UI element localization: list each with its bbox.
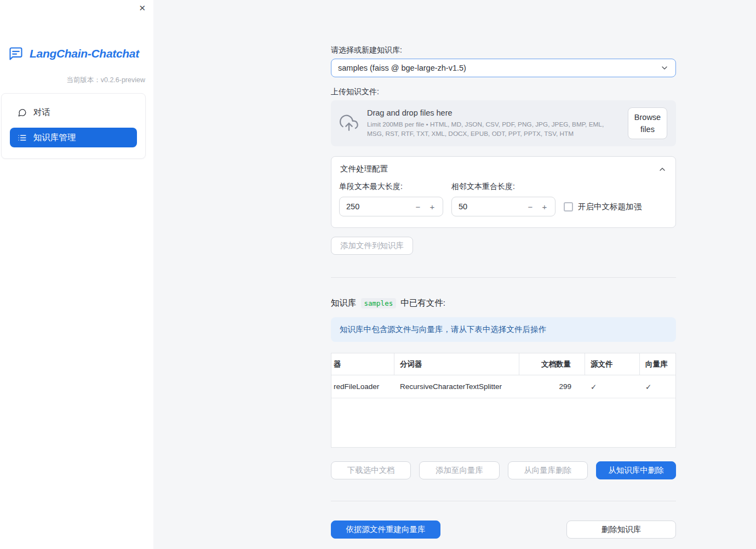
kb-select-label: 请选择或新建知识库:: [331, 45, 676, 55]
chevron-up-icon: [658, 165, 667, 174]
file-config-expander: 文件处理配置 单段文本最大长度: 250 − + 相邻文本重合长度:: [331, 156, 676, 228]
sidebar-item-kb-management[interactable]: 知识库管理: [10, 128, 137, 147]
version-label: 当前版本：: [66, 76, 101, 84]
cell-doc-count: 299: [519, 375, 585, 398]
zh-title-enhance-field: 开启中文标题加强: [564, 197, 668, 216]
overlap-value: 50: [459, 202, 523, 211]
add-files-to-kb-button[interactable]: 添加文件到知识库: [331, 237, 413, 255]
add-to-vectorstore-button[interactable]: 添加至向量库: [419, 461, 499, 479]
overlap-field: 相邻文本重合长度: 50 − +: [451, 182, 555, 216]
overlap-input[interactable]: 50 − +: [451, 197, 555, 216]
overlap-increment-button[interactable]: +: [537, 202, 552, 211]
list-icon: [18, 133, 27, 142]
sidebar-item-dialogue[interactable]: 对话: [10, 102, 137, 122]
langchain-chatchat-logo-icon: [7, 46, 25, 61]
cell-source-file-check: ✓: [585, 375, 640, 398]
kb-name-code: samples: [361, 298, 397, 308]
rebuild-vectorstore-button[interactable]: 依据源文件重建向量库: [331, 521, 440, 539]
max-length-input[interactable]: 250 − +: [339, 197, 443, 216]
max-length-field: 单段文本最大长度: 250 − +: [339, 182, 443, 216]
browse-files-button[interactable]: Browse files: [628, 107, 667, 140]
logo: LangChain-Chatchat: [7, 46, 139, 61]
dropzone-title: Drag and drop files here: [367, 108, 619, 117]
divider: [331, 277, 676, 278]
max-length-decrement-button[interactable]: −: [411, 202, 425, 211]
sidebar: ✕ LangChain-Chatchat 当前版本：v0.2.6-preview…: [0, 0, 153, 549]
kb-line-suffix: 中已有文件:: [400, 298, 445, 309]
cloud-upload-icon: [340, 114, 358, 133]
version-text: 当前版本：v0.2.6-preview: [66, 76, 145, 85]
table-header-loader: 器: [331, 353, 394, 375]
kb-select[interactable]: samples (faiss @ bge-large-zh-v1.5): [331, 59, 676, 77]
sidebar-menu: 对话 知识库管理: [1, 93, 146, 159]
max-length-increment-button[interactable]: +: [425, 202, 439, 211]
sidebar-item-label: 对话: [33, 107, 50, 118]
table-header-source-file: 源文件: [585, 353, 640, 375]
main-content: 请选择或新建知识库: samples (faiss @ bge-large-zh…: [331, 0, 676, 539]
table-row[interactable]: redFileLoader RecursiveCharacterTextSpli…: [331, 375, 675, 398]
delete-kb-button[interactable]: 删除知识库: [566, 521, 676, 539]
file-dropzone[interactable]: Drag and drop files here Limit 200MB per…: [331, 100, 676, 146]
dropzone-limit: Limit 200MB per file • HTML, MD, JSON, C…: [367, 120, 619, 138]
expander-body: 单段文本最大长度: 250 − + 相邻文本重合长度: 50 − +: [331, 179, 675, 227]
delete-from-kb-button[interactable]: 从知识库中删除: [596, 461, 676, 479]
divider: [331, 501, 676, 501]
delete-from-vectorstore-button[interactable]: 从向量库删除: [508, 461, 588, 479]
file-action-buttons: 下载选中文档 添加至向量库 从向量库删除 从知识库中删除: [331, 461, 676, 479]
table-header-row: 器 分词器 文档数量 源文件 向量库: [331, 353, 675, 375]
info-banner: 知识库中包含源文件与向量库，请从下表中选择文件后操作: [331, 317, 676, 342]
version-value: v0.2.6-preview: [101, 76, 145, 84]
table-header-splitter: 分词器: [394, 353, 519, 375]
max-length-value: 250: [346, 202, 411, 211]
zh-title-enhance-checkbox[interactable]: [564, 202, 573, 211]
logo-text: LangChain-Chatchat: [30, 47, 139, 60]
kb-bottom-buttons: 依据源文件重建向量库 删除知识库: [331, 521, 676, 539]
chat-bubble-icon: [18, 108, 27, 117]
sidebar-item-label: 知识库管理: [33, 132, 76, 144]
cell-loader: redFileLoader: [331, 375, 394, 398]
files-table: 器 分词器 文档数量 源文件 向量库 redFileLoader Recursi…: [331, 353, 676, 448]
chevron-down-icon: [660, 64, 669, 72]
table-header-doc-count: 文档数量: [519, 353, 585, 375]
max-length-label: 单段文本最大长度:: [339, 182, 443, 192]
expander-title: 文件处理配置: [340, 164, 388, 174]
kb-select-value: samples (faiss @ bge-large-zh-v1.5): [338, 64, 466, 72]
table-header-vector-store: 向量库: [640, 353, 675, 375]
spacer: [449, 521, 558, 539]
overlap-label: 相邻文本重合长度:: [451, 182, 555, 192]
cell-splitter: RecursiveCharacterTextSplitter: [394, 375, 519, 398]
existing-files-heading: 知识库 samples 中已有文件:: [331, 298, 676, 309]
kb-line-prefix: 知识库: [331, 298, 357, 309]
dropzone-text: Drag and drop files here Limit 200MB per…: [367, 108, 619, 138]
overlap-decrement-button[interactable]: −: [523, 202, 537, 211]
upload-label: 上传知识文件:: [331, 87, 676, 97]
sidebar-close-button[interactable]: ✕: [139, 3, 146, 13]
expander-header[interactable]: 文件处理配置: [331, 157, 675, 179]
zh-title-enhance-label: 开启中文标题加强: [578, 202, 642, 212]
cell-vector-store-check: ✓: [640, 375, 675, 398]
download-selected-button[interactable]: 下载选中文档: [331, 461, 411, 479]
